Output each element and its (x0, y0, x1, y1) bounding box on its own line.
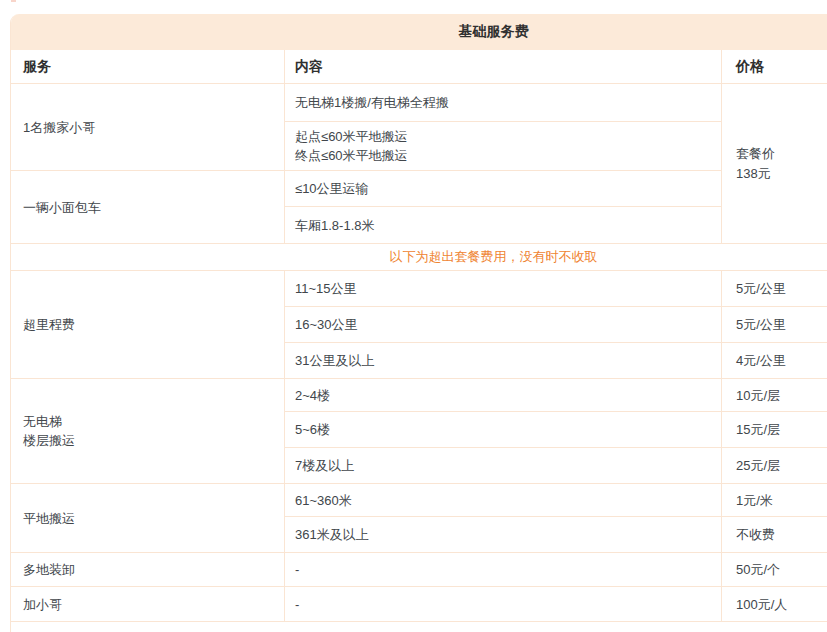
content-cell: 31公里及以上 (284, 342, 721, 378)
service-cell-extra-mover: 加小哥 (11, 586, 284, 621)
extra-fees-notice: 以下为超出套餐费用，没有时不收取 (11, 243, 827, 270)
content-cell-mover-row1: 无电梯1楼搬/有电梯全程搬 (284, 83, 721, 121)
content-cell-mover-row2: 起点≤60米平地搬运 终点≤60米平地搬运 (284, 121, 721, 170)
content-cell: 5~6楼 (284, 411, 721, 447)
price-line: 138元 (736, 164, 827, 184)
content-cell: 11~15公里 (284, 270, 721, 306)
content-cell: 7楼及以上 (284, 447, 721, 483)
service-cell-multi-stop: 多地装卸 (11, 552, 284, 586)
service-cell-flat-carry: 平地搬运 (11, 483, 284, 552)
content-cell: - (284, 552, 721, 586)
price-cell: 100元/人 (721, 586, 827, 621)
service-cell-mileage: 超里程费 (11, 270, 284, 378)
content-cell: 16~30公里 (284, 306, 721, 342)
price-cell: 25元/层 (721, 447, 827, 483)
content-cell: 361米及以上 (284, 516, 721, 552)
price-cell: 10元/层 (721, 378, 827, 411)
price-cell: 5元/公里 (721, 270, 827, 306)
price-cell: 15元/层 (721, 411, 827, 447)
column-header-content: 内容 (284, 50, 721, 83)
column-header-price: 价格 (721, 50, 827, 83)
content-cell-van-row1: ≤10公里运输 (284, 170, 721, 206)
price-cell: 1元/米 (721, 483, 827, 516)
service-cell-mover: 1名搬家小哥 (11, 83, 284, 170)
table-title: 基础服务费 (11, 14, 827, 50)
content-line: 起点≤60米平地搬运 (295, 127, 721, 146)
content-cell: 2~4楼 (284, 378, 721, 411)
top-edge-artifact (11, 0, 16, 2)
service-cell-stairs: 无电梯 楼层搬运 (11, 378, 284, 483)
content-cell-van-row2: 车厢1.8-1.8米 (284, 206, 721, 243)
content-line: 终点≤60米平地搬运 (295, 146, 721, 165)
price-cell-package: 套餐价 138元 (721, 83, 827, 243)
service-line: 平地搬运 (23, 509, 284, 528)
column-header-service: 服务 (11, 50, 284, 83)
service-cell-van: 一辆小面包车 (11, 170, 284, 243)
content-cell: 61~360米 (284, 483, 721, 516)
price-cell: 4元/公里 (721, 342, 827, 378)
content-cell: - (284, 586, 721, 621)
pricing-table: 基础服务费 服务 内容 价格 1名搬家小哥 无电梯1楼搬/有电梯全程搬 起点≤6… (10, 14, 827, 632)
price-cell: 5元/公里 (721, 306, 827, 342)
service-line: 多地装卸 (23, 560, 284, 579)
price-cell: 不收费 (721, 516, 827, 552)
price-cell: 50元/个 (721, 552, 827, 586)
price-line: 套餐价 (736, 144, 827, 164)
service-line: 无电梯 (23, 412, 284, 431)
service-line: 超里程费 (23, 315, 284, 334)
service-line: 楼层搬运 (23, 431, 284, 450)
service-line: 加小哥 (23, 595, 284, 614)
cutoff-row (11, 621, 827, 632)
